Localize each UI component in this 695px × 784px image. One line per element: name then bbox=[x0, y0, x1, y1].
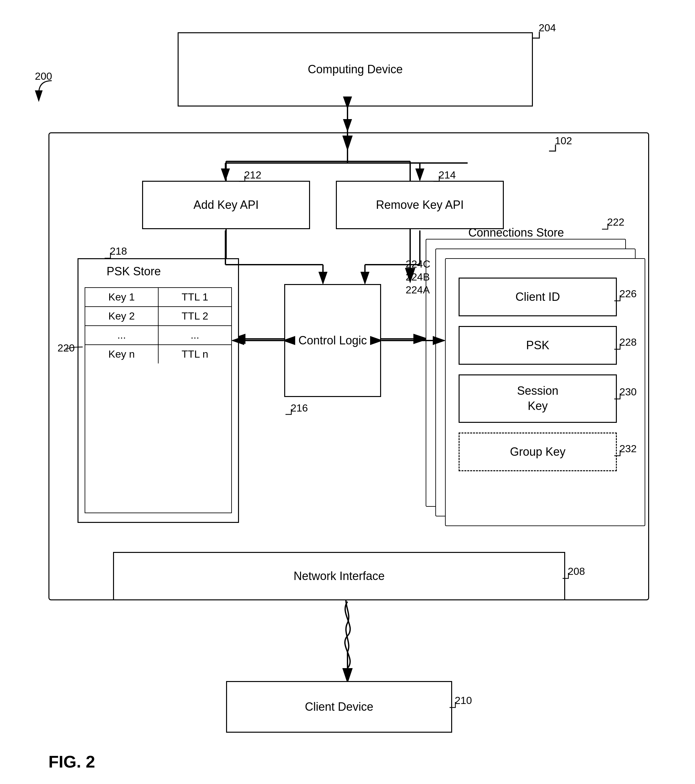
client-id-box: Client ID bbox=[459, 278, 617, 316]
session-key-label: SessionKey bbox=[517, 384, 558, 414]
table-row: Key 1 TTL 1 bbox=[85, 288, 231, 307]
remove-key-api-box: Remove Key API bbox=[336, 181, 504, 229]
bracket-208 bbox=[560, 571, 576, 581]
table-cell: Key 2 bbox=[85, 307, 158, 325]
table-row: Key n TTL n bbox=[85, 345, 231, 364]
bracket-226 bbox=[611, 294, 627, 303]
network-interface-box: Network Interface bbox=[113, 552, 565, 600]
table-cell: Key 1 bbox=[85, 288, 158, 306]
group-key-box: Group Key bbox=[459, 433, 617, 471]
table-cell: ... bbox=[85, 326, 158, 344]
bracket-228 bbox=[611, 342, 627, 352]
fig2-label: FIG. 2 bbox=[48, 752, 95, 771]
bracket-222 bbox=[599, 222, 615, 232]
client-id-label: Client ID bbox=[515, 290, 560, 305]
table-cell: TTL 1 bbox=[158, 288, 231, 306]
bracket-214 bbox=[430, 174, 446, 184]
table-cell: Key n bbox=[85, 345, 158, 364]
psk-store-title: PSK Store bbox=[107, 265, 161, 278]
bracket-232 bbox=[611, 449, 627, 458]
client-device-label: Client Device bbox=[305, 700, 373, 715]
bracket-204 bbox=[530, 28, 546, 41]
client-device-box: Client Device bbox=[226, 681, 452, 733]
group-key-label: Group Key bbox=[510, 445, 566, 460]
connections-store-title: Connections Store bbox=[468, 226, 564, 239]
bracket-220 bbox=[63, 342, 86, 352]
add-key-api-box: Add Key API bbox=[142, 181, 310, 229]
bracket-200 bbox=[32, 77, 58, 103]
table-cell: ... bbox=[158, 326, 231, 344]
table-cell: TTL 2 bbox=[158, 307, 231, 325]
control-logic-label: Control Logic bbox=[299, 333, 367, 348]
computing-device-label: Computing Device bbox=[308, 62, 403, 77]
computing-device-box: Computing Device bbox=[178, 32, 533, 107]
session-key-box: SessionKey bbox=[459, 374, 617, 423]
bracket-210 bbox=[446, 700, 462, 710]
psk-store-table: Key 1 TTL 1 Key 2 TTL 2 ... ... Key n TT… bbox=[84, 287, 232, 513]
add-key-api-label: Add Key API bbox=[193, 198, 259, 213]
ref-224A: 224A bbox=[406, 284, 430, 296]
bracket-212 bbox=[236, 174, 252, 184]
table-row: ... ... bbox=[85, 326, 231, 345]
remove-key-api-label: Remove Key API bbox=[376, 198, 464, 213]
control-logic-box: Control Logic bbox=[284, 284, 381, 397]
table-row: Key 2 TTL 2 bbox=[85, 307, 231, 326]
diagram: 200 Computing Device 204 102 Add Key API… bbox=[0, 0, 695, 784]
bracket-218 bbox=[101, 251, 117, 261]
psk-label: PSK bbox=[526, 338, 549, 353]
bracket-102 bbox=[546, 142, 562, 154]
ref-224C: 224C bbox=[406, 258, 431, 270]
ref-224B: 224B bbox=[406, 271, 430, 283]
network-interface-label: Network Interface bbox=[294, 569, 385, 584]
bracket-230 bbox=[611, 392, 627, 402]
table-cell: TTL n bbox=[158, 345, 231, 364]
bracket-216 bbox=[282, 407, 299, 417]
psk-box: PSK bbox=[459, 326, 617, 365]
